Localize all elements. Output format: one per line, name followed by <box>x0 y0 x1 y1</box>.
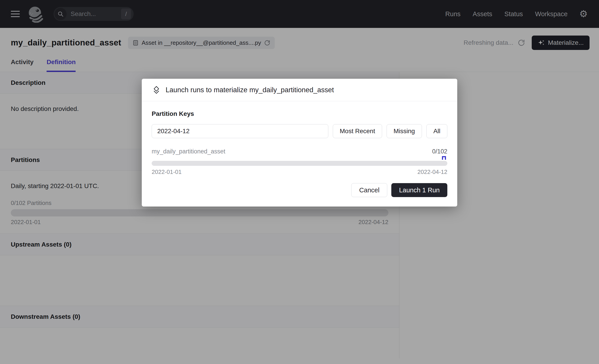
all-button[interactable]: All <box>426 124 447 138</box>
most-recent-button[interactable]: Most Recent <box>333 124 382 138</box>
dialog-header: Launch runs to materialize my_daily_part… <box>142 79 457 101</box>
partition-keys-label: Partition Keys <box>152 110 447 117</box>
partition-keys-input[interactable] <box>152 124 328 138</box>
dialog-footer: Cancel Launch 1 Run <box>142 183 457 207</box>
cancel-button[interactable]: Cancel <box>351 183 387 197</box>
dialog-range-end: 2022-04-12 <box>417 168 447 175</box>
asset-layers-icon <box>152 86 161 94</box>
dialog-range-start: 2022-01-01 <box>152 168 182 175</box>
dialog-asset-name: my_daily_partitioned_asset <box>152 148 225 155</box>
missing-button[interactable]: Missing <box>387 124 422 138</box>
dialog-title: Launch runs to materialize my_daily_part… <box>166 86 334 94</box>
launch-partition-backfill-dialog: Launch runs to materialize my_daily_part… <box>142 79 457 207</box>
dialog-partition-health-bar <box>152 161 447 166</box>
selected-partition-marker <box>442 156 446 160</box>
dialog-partition-count: 0/102 <box>432 148 447 155</box>
dagster-app: / Runs Assets Status Workspace ⚙ my_dail… <box>0 0 599 364</box>
launch-run-button[interactable]: Launch 1 Run <box>391 183 447 197</box>
dialog-body: Partition Keys Most Recent Missing All m… <box>142 101 457 175</box>
